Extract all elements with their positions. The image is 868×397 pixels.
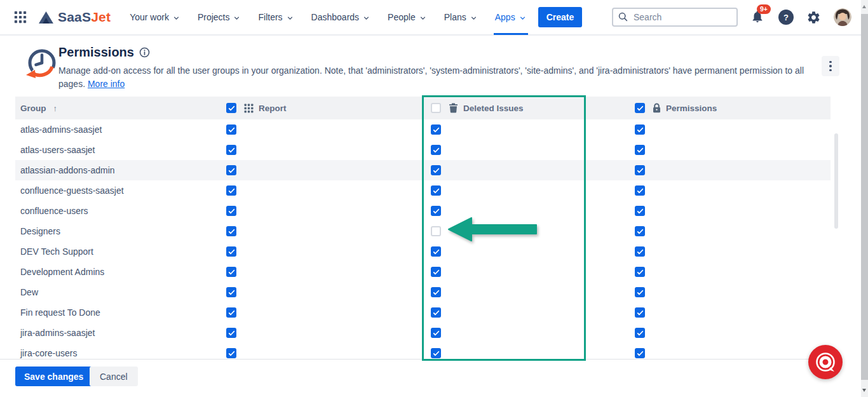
deleted-issues-column-checkbox[interactable] — [431, 103, 441, 113]
deleted-checkbox[interactable] — [431, 185, 441, 196]
deleted-checkbox[interactable] — [431, 145, 441, 155]
permissions-checkbox[interactable] — [635, 307, 645, 318]
deleted-checkbox[interactable] — [431, 246, 441, 257]
permissions-column-checkbox[interactable] — [635, 103, 645, 113]
permissions-checkbox[interactable] — [635, 246, 645, 257]
save-changes-button[interactable]: Save changes — [15, 367, 92, 386]
group-name: jira-core-users — [20, 348, 77, 358]
group-name: Dew — [20, 287, 38, 297]
user-avatar[interactable] — [834, 8, 851, 26]
permissions-checkbox[interactable] — [635, 145, 645, 155]
grid-icon — [13, 10, 27, 24]
check-icon — [433, 248, 440, 255]
column-header-permissions: Permissions — [635, 97, 717, 119]
info-icon[interactable] — [139, 47, 150, 58]
permissions-checkbox[interactable] — [635, 226, 645, 236]
check-icon — [228, 228, 235, 235]
table-bottom-border — [0, 359, 832, 360]
report-checkbox[interactable] — [226, 145, 236, 155]
table-row: atlassian-addons-admin — [15, 160, 831, 180]
report-checkbox[interactable] — [226, 246, 236, 257]
check-icon — [637, 167, 644, 174]
check-icon — [433, 350, 440, 357]
check-icon — [228, 147, 235, 154]
nav-item-dashboards[interactable]: Dashboards — [311, 0, 371, 35]
report-checkbox[interactable] — [226, 287, 236, 297]
check-icon — [637, 309, 644, 316]
nav-item-label: Plans — [444, 12, 466, 22]
deleted-checkbox[interactable] — [431, 267, 441, 277]
support-chat-button[interactable] — [808, 345, 843, 379]
cancel-button[interactable]: Cancel — [90, 367, 138, 386]
page-scrollbar[interactable] — [861, 0, 868, 397]
settings-button[interactable] — [806, 10, 821, 25]
column-label: Report — [259, 104, 287, 113]
more-options-button[interactable] — [822, 56, 839, 76]
nav-item-people[interactable]: People — [388, 0, 427, 35]
deleted-checkbox[interactable] — [431, 287, 441, 297]
nav-item-your-work[interactable]: Your work — [130, 0, 180, 35]
report-checkbox[interactable] — [226, 165, 236, 175]
brand-text: SaaSJet — [58, 10, 111, 25]
nav-item-plans[interactable]: Plans — [444, 0, 478, 35]
check-icon — [228, 309, 235, 316]
permissions-checkbox[interactable] — [635, 206, 645, 216]
report-grid-icon — [244, 104, 254, 113]
check-icon — [433, 309, 440, 316]
permissions-checkbox[interactable] — [635, 165, 645, 175]
chevron-down-icon — [470, 14, 478, 22]
page-description: Manage add-on access for all the user gr… — [58, 64, 807, 91]
permissions-checkbox[interactable] — [635, 287, 645, 297]
page-scrollbar-thumb[interactable] — [861, 14, 868, 380]
header-text: Permissions Manage add-on access for all… — [58, 45, 807, 91]
chevron-down-icon — [172, 14, 180, 22]
saasjet-logo-icon — [38, 11, 54, 24]
nav-item-filters[interactable]: Filters — [258, 0, 294, 35]
column-header-group[interactable]: Group ↑ — [20, 97, 57, 119]
permissions-checkbox[interactable] — [635, 124, 645, 135]
report-checkbox[interactable] — [226, 226, 236, 236]
scroll-up-arrow[interactable] — [862, 5, 866, 8]
report-checkbox[interactable] — [226, 328, 236, 338]
report-checkbox[interactable] — [226, 267, 236, 277]
report-checkbox[interactable] — [226, 348, 236, 358]
table-row: Designers — [15, 221, 831, 241]
table-row: jira-admins-saasjet — [15, 323, 831, 343]
deleted-checkbox[interactable] — [431, 165, 441, 175]
report-checkbox[interactable] — [226, 206, 236, 216]
permissions-checkbox[interactable] — [635, 348, 645, 358]
table-row: Development Admins — [15, 262, 831, 282]
check-icon — [637, 208, 644, 215]
more-info-link[interactable]: More info — [88, 79, 125, 89]
check-icon — [228, 187, 235, 194]
nav-item-projects[interactable]: Projects — [198, 0, 241, 35]
help-button[interactable]: ? — [778, 10, 794, 25]
deleted-checkbox[interactable] — [431, 226, 441, 236]
create-button[interactable]: Create — [538, 7, 583, 27]
scroll-down-arrow[interactable] — [862, 389, 866, 392]
column-label: Permissions — [666, 104, 717, 113]
avatar-image — [834, 8, 851, 26]
saasjet-logo[interactable]: SaaSJet — [38, 10, 111, 25]
permissions-checkbox[interactable] — [635, 267, 645, 277]
permissions-checkbox[interactable] — [635, 328, 645, 338]
nav-item-apps[interactable]: Apps — [495, 0, 527, 35]
app-switcher-icon[interactable] — [13, 10, 28, 25]
check-icon — [228, 126, 235, 133]
report-checkbox[interactable] — [226, 185, 236, 196]
deleted-checkbox[interactable] — [431, 328, 441, 338]
check-icon — [637, 289, 644, 296]
group-name: atlas-admins-saasjet — [20, 124, 102, 135]
report-checkbox[interactable] — [226, 124, 236, 135]
deleted-checkbox[interactable] — [431, 307, 441, 318]
check-icon — [433, 126, 440, 133]
report-column-checkbox[interactable] — [226, 103, 236, 113]
table-scrollbar-thumb[interactable] — [834, 133, 838, 229]
deleted-checkbox[interactable] — [431, 206, 441, 216]
report-checkbox[interactable] — [226, 307, 236, 318]
deleted-checkbox[interactable] — [431, 124, 441, 135]
permissions-checkbox[interactable] — [635, 185, 645, 196]
search-input[interactable] — [612, 8, 738, 27]
notifications-button[interactable]: 9+ — [750, 9, 766, 25]
deleted-checkbox[interactable] — [431, 348, 441, 358]
